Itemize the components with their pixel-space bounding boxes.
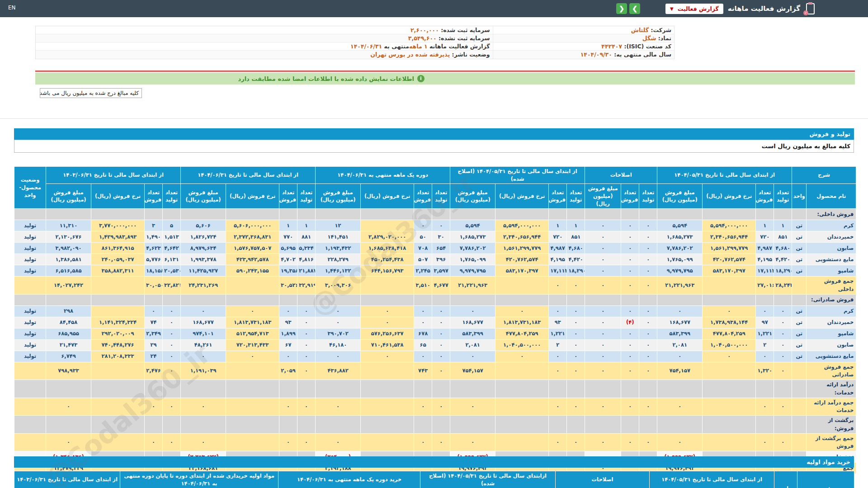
value-cell: ۰ — [639, 254, 657, 265]
value-cell: ۰ — [279, 351, 297, 362]
value-cell: ۰ — [657, 433, 703, 451]
value-cell — [621, 380, 639, 398]
value-cell: ۲,۲۴۵ — [414, 265, 432, 277]
header-subcolumn: نرخ فروش (ریال) — [91, 184, 145, 209]
value-cell — [163, 380, 181, 398]
value-cell — [450, 416, 495, 434]
value-cell: ۷۴۳ — [414, 362, 432, 380]
value-cell: ۰ — [181, 305, 226, 317]
value-cell — [226, 433, 279, 451]
value-cell — [297, 380, 316, 398]
value-cell: ۲۸,۲۴۲ — [774, 277, 792, 295]
value-cell: ۰ — [567, 277, 585, 295]
value-cell: ۱۷,۱۱۳ — [756, 265, 774, 277]
value-cell: ۱,۳۸۶,۵۸۱ — [46, 254, 91, 265]
value-cell: ۴۷۷,۸۰۴,۲۵۹ — [495, 328, 549, 339]
value-cell: ۰ — [361, 305, 414, 317]
value-cell: ۰ — [361, 351, 414, 362]
product-name-cell: کرم — [807, 220, 856, 231]
value-cell: ۰ — [163, 351, 181, 362]
info-value: ۱۴۰۴/۰۹/۳۰ — [580, 51, 612, 58]
value-cell: ۰ — [639, 231, 657, 243]
header-period-group: خرید دوره یک ماهه منتهی به ۱۴۰۴/۰۶/۳۱ — [278, 471, 420, 488]
value-cell: ۰ — [279, 305, 297, 317]
value-cell: ۱,۳۲۰ — [756, 362, 774, 380]
value-cell: ۳,۵۹۷ — [432, 265, 450, 277]
unit-cell — [792, 362, 807, 380]
value-cell: ۸۵۱ — [774, 231, 792, 243]
info-cell: سال مالی منتهی به: ۱۴۰۴/۰۹/۳۰ — [493, 51, 674, 59]
unit-cell: تن — [792, 351, 807, 362]
signed-info-alert-text: اطلاعات نمایش داده شده با اطلاعات امضا ش… — [238, 75, 414, 82]
info-cell: سرمایه ثبت شده: ۲,۶۰۰,۰۰۰ — [36, 26, 493, 34]
value-cell: ۰ — [414, 398, 432, 416]
value-cell: ۰ — [703, 305, 756, 317]
info-label: نماد: — [656, 35, 671, 42]
value-cell — [297, 209, 316, 220]
product-name-cell: کرم — [807, 305, 856, 317]
value-cell — [585, 294, 621, 305]
value-cell — [414, 294, 432, 305]
product-name-cell: مایع دستشویی — [807, 254, 856, 265]
value-cell — [91, 380, 145, 398]
value-cell: ۰ — [567, 328, 585, 339]
value-cell: ۰ — [621, 362, 639, 380]
value-cell: ۷۷۰ — [279, 231, 297, 243]
value-cell — [279, 380, 297, 398]
value-cell: ۰ — [450, 433, 495, 451]
value-cell — [450, 209, 495, 220]
report-type-dropdown[interactable]: گزارش فعالیت ▼ — [665, 4, 723, 14]
info-text-part: ۱ ماهه — [409, 43, 428, 50]
value-cell: ۱,۷۶۵,۰۹۹ — [450, 254, 495, 265]
value-cell: ۰ — [432, 398, 450, 416]
value-cell: ۰ — [414, 220, 432, 231]
value-cell: ۴۳۶,۸۸۲ — [316, 362, 361, 380]
language-switch-en[interactable]: EN — [8, 5, 16, 11]
status-cell — [14, 277, 46, 295]
value-cell: ۷۵۴,۱۵۷ — [450, 362, 495, 380]
table-amounts-note: کلیه مبالغ به میلیون ریال است — [14, 140, 854, 153]
header-subcolumn: مبلغ فروش (میلیون ریال) — [585, 184, 621, 209]
value-cell: ۰ — [450, 351, 495, 362]
value-cell — [316, 294, 361, 305]
header-period-group: از ابتدای سال مالی تا تاریخ ۱۴۰۴/۰۶/۳۱ — [181, 167, 316, 184]
info-text-part: ۱۴۰۴/۰۶/۳۱ — [350, 43, 382, 50]
value-cell — [181, 380, 226, 398]
previous-report-button[interactable]: ❮ — [616, 3, 627, 14]
value-cell: ۶,۱۳۱ — [163, 254, 181, 265]
value-cell: ۵۷۶,۲۵۶,۶۳۷ — [361, 328, 414, 339]
value-cell — [774, 380, 792, 398]
unit-cell — [792, 277, 807, 295]
header-subcolumn: مبلغ فروش (میلیون ریال) — [316, 184, 361, 209]
value-cell: ۳۲,۹۱۹ — [297, 277, 316, 295]
value-cell: ۱۶۸,۶۷۷ — [450, 317, 495, 328]
value-cell — [549, 209, 567, 220]
company-info-table: شرکت: گلتاشسرمایه ثبت شده: ۲,۶۰۰,۰۰۰نماد… — [35, 26, 675, 59]
product-name-cell: برگشت از فروش: — [807, 416, 856, 434]
top-bar: EN ✓ گزارش فعالیت ماهانه گزارش فعالیت ▼ … — [0, 0, 868, 17]
value-cell: ۲۸۱,۲۰۸,۳۳۳ — [91, 351, 145, 362]
status-cell — [14, 433, 46, 451]
value-cell: ۴,۴۲۰ — [567, 254, 585, 265]
value-cell: ۰ — [297, 339, 316, 351]
value-cell: ۸۵۱ — [567, 231, 585, 243]
section-title-raw-material-purchase: خرید مواد اولیه — [14, 456, 854, 468]
product-name-cell: جمع فروش صادراتی — [807, 362, 856, 380]
value-cell — [756, 209, 774, 220]
unit-cell — [792, 380, 807, 398]
value-cell — [703, 362, 756, 380]
table-row: صابونتن۰۲۱,۰۴۰,۵۰۰,۰۰۰۲,۰۸۱۰۰۰۰۲۱,۰۴۰,۵۰… — [14, 339, 856, 351]
product-name-cell: خمیردندان — [807, 231, 856, 243]
value-cell — [450, 380, 495, 398]
value-cell: ۰ — [495, 351, 549, 362]
value-cell: ۰ — [432, 317, 450, 328]
value-cell: ۰ — [226, 351, 279, 362]
value-cell: ۸۸۱ — [297, 231, 316, 243]
value-cell: ۰ — [585, 243, 621, 254]
next-report-button[interactable]: ❯ — [629, 3, 640, 14]
header-unit: واحد — [774, 471, 797, 488]
value-cell: ۴,۶۸۰ — [567, 243, 585, 254]
value-cell — [495, 380, 549, 398]
value-cell: ۰ — [549, 362, 567, 380]
chevron-down-icon: ▼ — [670, 6, 674, 11]
